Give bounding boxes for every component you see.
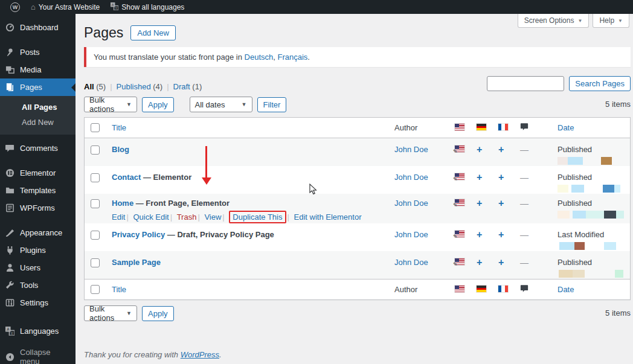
add-translation-fr-icon[interactable]: +	[498, 229, 504, 240]
sidebar-item-pages[interactable]: Pages	[0, 78, 76, 96]
page-title-link[interactable]: Privacy Policy	[112, 230, 165, 239]
author-link[interactable]: John Doe	[394, 258, 428, 267]
sidebar-item-media[interactable]: Media	[0, 61, 76, 78]
search-input[interactable]	[487, 76, 564, 91]
flag-us-edit-icon[interactable]: ✎	[455, 145, 464, 152]
sort-date-header[interactable]: Date	[557, 285, 574, 294]
sidebar-item-posts[interactable]: Posts	[0, 43, 76, 61]
sidebar-item-add-new[interactable]: Add New	[0, 115, 76, 130]
screen-options-button[interactable]: Screen Options ▼	[518, 14, 590, 28]
redacted-date	[557, 157, 624, 166]
apply-button-bottom[interactable]: Apply	[142, 306, 174, 321]
flag-us-edit-icon[interactable]: ✎	[455, 199, 464, 206]
author-header: Author	[388, 118, 449, 138]
apply-button[interactable]: Apply	[142, 97, 174, 112]
duplicate-this-action[interactable]: Duplicate This	[221, 212, 286, 222]
sidebar-item-plugins[interactable]: Plugins	[0, 241, 76, 259]
add-translation-fr-icon[interactable]: +	[498, 144, 504, 155]
author-link[interactable]: John Doe	[394, 230, 428, 239]
row-checkbox[interactable]	[91, 231, 100, 240]
add-translation-fr-icon[interactable]: +	[498, 257, 504, 267]
author-link[interactable]: John Doe	[394, 199, 428, 208]
sidebar-item-all-pages[interactable]: All Pages	[0, 100, 76, 115]
row-checkbox[interactable]	[91, 258, 100, 267]
notice-text: You must translate your static front pag…	[94, 53, 242, 62]
trash-action[interactable]: Trash	[169, 212, 197, 222]
flag-us-edit-icon[interactable]: ✎	[455, 258, 464, 265]
view-action[interactable]: View	[196, 212, 221, 222]
row-checkbox[interactable]	[91, 173, 100, 182]
sidebar-item-wpforms[interactable]: WPForms	[0, 199, 76, 217]
sort-date-header[interactable]: Date	[557, 123, 574, 132]
sidebar-item-languages[interactable]: A文 Languages	[0, 322, 76, 340]
quick-edit-action[interactable]: Quick Edit	[125, 212, 169, 222]
add-translation-de-icon[interactable]: +	[477, 144, 482, 155]
bulk-actions-select[interactable]: Bulk actions▼	[84, 97, 137, 112]
page-title-link[interactable]: Blog	[112, 145, 129, 154]
sort-title-header[interactable]: Title	[112, 285, 126, 294]
bulk-actions-select-bottom[interactable]: Bulk actions▼	[84, 305, 137, 321]
wordpress-footer-link[interactable]: WordPress	[181, 350, 219, 359]
sidebar-item-templates[interactable]: Templates	[0, 182, 76, 199]
sidebar-item-label: Posts	[20, 48, 40, 57]
help-button[interactable]: Help ▼	[593, 14, 629, 28]
sidebar-item-appearance[interactable]: Appearance	[0, 224, 76, 241]
view-filter-all[interactable]: All (5)	[84, 82, 106, 91]
view-filter-published[interactable]: Published (4)	[106, 82, 162, 91]
view-filter-draft[interactable]: Draft (1)	[162, 82, 202, 91]
page-title-link[interactable]: Home	[112, 199, 133, 208]
add-translation-de-icon[interactable]: +	[477, 172, 482, 182]
svg-text:文: 文	[10, 331, 13, 335]
add-translation-de-icon[interactable]: +	[477, 198, 482, 208]
row-checkbox[interactable]	[91, 145, 100, 155]
row-checkbox[interactable]	[91, 199, 100, 208]
page-title-link[interactable]: Contact	[112, 173, 141, 182]
add-translation-de-icon[interactable]: +	[477, 257, 482, 267]
svg-text:文: 文	[115, 7, 118, 10]
translate-icon: A文	[111, 2, 118, 11]
sidebar-item-comments[interactable]: Comments	[0, 139, 76, 157]
no-comments-dash: —	[520, 258, 529, 267]
sidebar-item-elementor[interactable]: Elementor	[0, 164, 76, 182]
author-link[interactable]: John Doe	[394, 173, 428, 182]
wordpress-logo-menu[interactable]: W	[6, 0, 24, 14]
flag-us-edit-icon[interactable]: ✎	[455, 173, 464, 180]
edit-with-elementor-action[interactable]: Edit with Elementor	[286, 212, 362, 222]
select-all-checkbox[interactable]	[91, 123, 100, 132]
sidebar-item-settings[interactable]: Settings	[0, 294, 76, 311]
site-name-menu[interactable]: ⌂ Your Astra Website	[27, 0, 104, 14]
sidebar-item-users[interactable]: Users	[0, 259, 76, 276]
search-pages-button[interactable]: Search Pages	[569, 76, 631, 91]
flag-us-edit-icon[interactable]: ✎	[455, 231, 464, 237]
languages-menu[interactable]: A文 Show all languages	[106, 0, 188, 14]
admin-bar: W ⌂ Your Astra Website A文 Show all langu…	[0, 0, 633, 14]
add-translation-de-icon[interactable]: +	[477, 229, 482, 240]
wordpress-logo-icon: W	[10, 2, 20, 12]
sidebar-item-dashboard[interactable]: Dashboard	[0, 19, 76, 36]
sidebar-item-label: Media	[20, 65, 41, 74]
sidebar-item-tools[interactable]: Tools	[0, 276, 76, 294]
select-all-checkbox[interactable]	[91, 285, 100, 294]
pages-table: Title Author Date Blog John Doe ✎ + +	[84, 117, 631, 300]
add-new-button[interactable]: Add New	[130, 25, 176, 40]
date-filter-select[interactable]: All dates▼	[190, 97, 252, 112]
translation-notice: You must translate your static front pag…	[84, 47, 631, 67]
page-title-link[interactable]: Sample Page	[112, 258, 161, 267]
home-icon: ⌂	[31, 3, 36, 11]
add-translation-fr-icon[interactable]: +	[498, 172, 504, 182]
redacted-date	[557, 270, 624, 279]
filter-button[interactable]: Filter	[257, 97, 287, 112]
admin-sidebar: Dashboard Posts Media Pages All Pages Ad…	[0, 14, 76, 364]
collapse-menu-button[interactable]: Collapse menu	[0, 343, 76, 364]
view-filters: All (5)Published (4)Draft (1)	[84, 82, 202, 91]
edit-action[interactable]: Edit	[112, 212, 125, 222]
add-translation-fr-icon[interactable]: +	[498, 198, 504, 208]
author-header: Author	[388, 279, 449, 300]
page-title: Pages	[84, 25, 123, 41]
notice-link-francais[interactable]: Français	[278, 53, 308, 62]
author-link[interactable]: John Doe	[394, 145, 428, 154]
flag-us-icon	[455, 286, 464, 292]
table-row-blog: Blog John Doe ✎ + + — Published	[85, 138, 631, 167]
sort-title-header[interactable]: Title	[112, 123, 126, 132]
notice-link-deutsch[interactable]: Deutsch	[245, 53, 274, 62]
